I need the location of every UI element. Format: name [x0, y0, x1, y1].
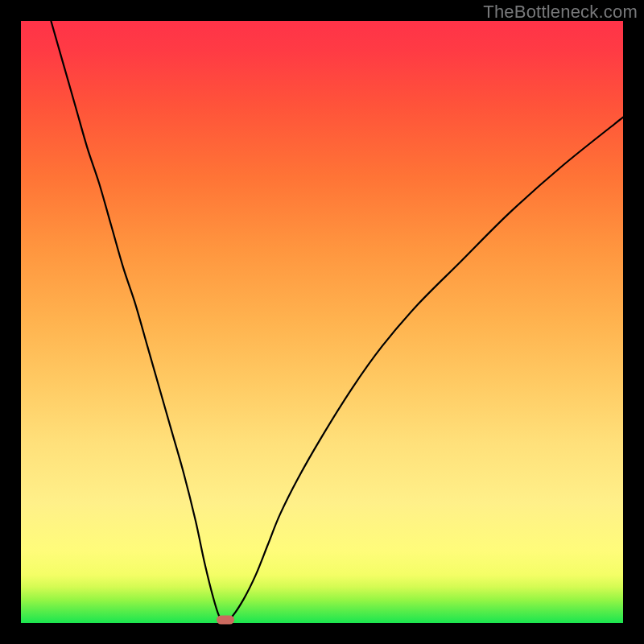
chart-frame: TheBottleneck.com [0, 0, 644, 644]
curve-svg [21, 21, 623, 623]
plot-area [21, 21, 623, 623]
bottleneck-curve [51, 21, 623, 620]
minimum-marker [217, 616, 234, 625]
watermark-text: TheBottleneck.com [483, 2, 638, 23]
